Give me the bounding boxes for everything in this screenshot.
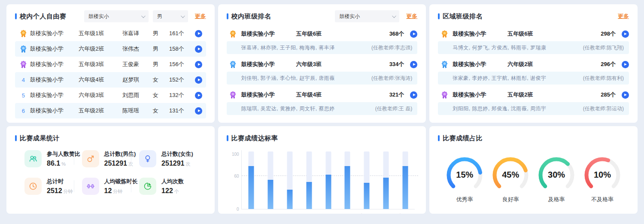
- play-button[interactable]: [410, 30, 417, 38]
- bar[interactable]: [383, 178, 389, 209]
- gender: 男: [153, 45, 169, 53]
- bar[interactable]: [364, 183, 370, 209]
- class-name: 五年级4班: [296, 91, 322, 99]
- x-axis-label: 二年级: [261, 213, 280, 214]
- class-ranking-sub-row: 刘佳明, 郭子涵, 李心怡, 赵宇辰, 唐雨薇(任教老师:张海涛): [227, 72, 418, 85]
- play-button[interactable]: [622, 91, 629, 99]
- teacher-name: (任教老师:王 磊): [375, 105, 413, 112]
- play-cell: [193, 61, 204, 68]
- school-name: 鼓楼实验小学: [30, 76, 79, 84]
- gender: 女: [153, 76, 169, 84]
- bar[interactable]: [345, 166, 350, 209]
- student-name: 赵梦琪: [122, 76, 153, 84]
- play-triangle-icon: [624, 63, 627, 66]
- rank-number: 6: [22, 108, 25, 114]
- stat-item: 人均锻炼时长12分钟: [82, 178, 140, 195]
- play-button[interactable]: [195, 45, 202, 53]
- more-link[interactable]: 更多: [406, 12, 417, 20]
- title-accent-bar: [15, 135, 17, 141]
- bar[interactable]: [267, 180, 273, 209]
- play-cell: [193, 45, 204, 53]
- x-axis-label: 六年级: [338, 213, 357, 214]
- more-link[interactable]: 更多: [195, 12, 206, 20]
- rank-cell: [227, 30, 240, 38]
- play-triangle-icon: [413, 33, 416, 35]
- bar-column: [377, 150, 396, 209]
- bar[interactable]: [402, 166, 408, 209]
- gold-medal-icon: [19, 30, 27, 38]
- bar-chart-plot: 060100: [241, 150, 415, 209]
- play-cell: [193, 76, 204, 84]
- class-name: 五年级2班: [507, 91, 533, 99]
- stat-label: 参与人数赞比: [47, 150, 80, 158]
- play-button[interactable]: [195, 92, 202, 99]
- student-name: 陈瑶瑶: [122, 107, 153, 115]
- play-button[interactable]: [622, 30, 629, 38]
- bar[interactable]: [249, 166, 254, 209]
- title-accent-bar: [438, 135, 440, 141]
- bar[interactable]: [287, 190, 292, 209]
- school-name: 鼓楼实验小学: [453, 91, 507, 99]
- gender: 男: [153, 61, 169, 68]
- title-accent-bar: [227, 135, 228, 141]
- rank-cell: 6: [17, 108, 30, 114]
- count: 368个: [389, 30, 404, 38]
- pie-icon: [139, 178, 156, 195]
- stat-text: 参与人数赞比86.1%: [47, 150, 80, 167]
- student-names: 陈瑞琪, 吴宏达, 黄雅婷, 周文轩, 蔡思婷: [241, 105, 375, 112]
- school-name: 鼓楼实验小学: [30, 30, 79, 37]
- school-name: 鼓楼实验小学: [241, 30, 296, 38]
- stat-unit: %: [61, 161, 66, 166]
- class-name: 五年级1班: [79, 30, 122, 37]
- school-name: 鼓楼实验小学: [453, 61, 507, 68]
- play-button[interactable]: [410, 91, 417, 99]
- school-filter-value: 鼓楼实小: [88, 13, 139, 20]
- play-triangle-icon: [624, 33, 627, 35]
- teacher-name: (任教老师:陈有利): [583, 75, 624, 82]
- school-name: 鼓楼实验小学: [30, 91, 79, 99]
- rank-number: 5: [22, 92, 25, 99]
- bar[interactable]: [325, 175, 331, 209]
- gauge-value: 15%: [443, 170, 486, 180]
- stat-item: 总计数(男生)251291次: [82, 150, 140, 167]
- play-button[interactable]: [195, 107, 202, 115]
- panel-pass-rate-chart: 比赛成绩达标率 060100 一年级二年级三年级四年级五年级六年级七年级八年级九…: [218, 126, 426, 214]
- class-ranking-main-row: 鼓楼实验小学六年级2班296个: [438, 57, 629, 72]
- gauge-value: 10%: [581, 170, 624, 180]
- rank-cell: [438, 61, 451, 69]
- table-row: 鼓楼实验小学五年级1班张嘉译男161个: [15, 26, 206, 41]
- rank-cell: [438, 91, 451, 99]
- class-ranking-item: 鼓楼实验小学六年级2班296个张家豪, 李婷婷, 王宇航, 林雨彤, 谢俊宇(任…: [438, 57, 629, 85]
- panel-header: 校内班级排名 鼓楼实小 更多: [227, 10, 418, 22]
- count: 296个: [601, 61, 616, 68]
- play-cell: [193, 30, 204, 37]
- play-triangle-icon: [198, 32, 200, 35]
- stat-unit: 次: [185, 161, 190, 166]
- gold-medal-icon: [229, 30, 237, 38]
- bar[interactable]: [306, 182, 312, 209]
- bar-chart-x-labels: 一年级二年级三年级四年级五年级六年级七年级八年级九年级: [241, 213, 415, 214]
- play-button[interactable]: [195, 30, 202, 37]
- rank-cell: [17, 45, 30, 53]
- panel-header: 区域班级排名 更多: [438, 10, 629, 22]
- panel-title: 比赛成绩达标率: [231, 134, 278, 142]
- stat-value: 2512分钟: [47, 187, 73, 195]
- title-accent-bar: [15, 13, 17, 19]
- student-names: 刘佳明, 郭子涵, 李心怡, 赵宇辰, 唐雨薇: [241, 75, 371, 82]
- y-axis-tick: 100: [232, 152, 239, 157]
- purple-medal-icon: [440, 91, 449, 99]
- school-filter-dropdown[interactable]: 鼓楼实小: [335, 10, 399, 22]
- school-filter-dropdown[interactable]: 鼓楼实小: [84, 10, 149, 22]
- stat-item: 总计时2512分钟: [24, 178, 82, 195]
- chevron-down-icon: [141, 14, 146, 18]
- class-ranking-sub-row: 张嘉译, 林亦骁, 王子阳, 梅海梅, 蒋丰泽(任教老师:李志强): [227, 41, 418, 54]
- bar-column: [280, 150, 299, 209]
- teacher-name: (任教老师:陈飞翔): [583, 44, 624, 51]
- play-button[interactable]: [622, 61, 629, 68]
- gender-filter-dropdown[interactable]: 男: [153, 10, 188, 22]
- gauge-arc: 15%: [443, 155, 486, 194]
- more-link[interactable]: 更多: [618, 12, 629, 20]
- play-button[interactable]: [195, 76, 202, 84]
- play-button[interactable]: [410, 61, 417, 68]
- play-button[interactable]: [195, 61, 202, 68]
